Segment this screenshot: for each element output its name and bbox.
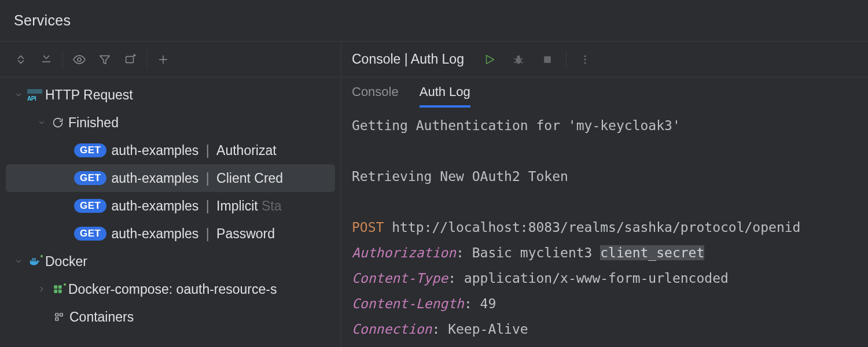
tree-request-item[interactable]: GET auth-examples | Password [0,220,341,248]
svg-point-23 [584,55,586,57]
log-header-name: Content-Type [352,271,448,286]
toolbar-separator [566,51,567,68]
pipe-separator: | [202,143,213,158]
log-header-value: : Basic myclient3 [456,245,600,260]
tree-node-docker[interactable]: Docker [0,248,341,275]
auth-log-output[interactable]: Getting Authentication for 'my-keycloak3… [341,108,868,347]
svg-rect-12 [56,313,58,316]
log-method: POST [352,220,384,235]
more-vertical-icon [579,54,591,65]
node-label: HTTP Request [45,87,133,103]
request-suffix-dim-label: Sta [258,198,282,213]
eye-icon [72,53,86,67]
log-header-value: : 49 [464,296,496,311]
svg-rect-22 [544,56,551,63]
log-url-b: ocalhost:8083/realms/sashka/protocol/ope… [456,220,800,235]
request-file-label: auth-examples [111,143,198,158]
node-label: Finished [68,115,119,131]
tab-console[interactable]: Console [352,77,399,108]
right-tabs: Console Auth Log [341,77,868,108]
request-file-label: auth-examples [111,171,198,186]
svg-point-24 [584,58,586,60]
log-url-a: http://l [384,215,456,240]
log-header-name: Authorization [352,245,456,260]
request-suffix-label: Password [216,226,275,242]
right-header-title: Console | Auth Log [352,51,464,67]
log-header-name: Connection [352,322,432,337]
chevron-down-icon[interactable] [10,257,27,265]
expand-icon [14,53,27,66]
svg-line-18 [514,58,517,60]
bug-icon [512,53,525,66]
tree-node-containers[interactable]: Containers [0,303,341,331]
svg-line-19 [521,58,523,60]
containers-icon [51,312,67,322]
log-line: Retrieving New OAuth2 Token [352,169,568,184]
request-suffix-label: Authorizat [216,143,277,158]
collapse-all-button[interactable] [34,47,59,72]
svg-marker-2 [100,56,110,64]
open-tab-button[interactable] [117,47,143,72]
http-method-badge: GET [74,171,106,185]
log-header-value: : Keep-Alive [432,322,528,337]
stop-button[interactable] [536,48,559,71]
svg-rect-9 [58,285,62,289]
tree-request-item[interactable]: GET auth-examples | Implicit Sta [0,192,341,220]
docker-compose-icon [50,283,66,295]
log-header-value-selected: client_secret [600,245,704,260]
log-header-name: Content-Length [352,296,464,311]
filter-icon [98,53,111,66]
request-suffix-label: Client Cred [216,171,283,186]
svg-point-17 [517,55,520,58]
svg-rect-10 [54,290,57,293]
log-header-value: : application/x-www-form-urlencoded [448,271,729,286]
pipe-separator: | [202,198,213,214]
svg-rect-14 [56,318,58,321]
right-header: Console | Auth Log [341,42,868,77]
http-method-badge: GET [74,227,106,241]
request-file-label: auth-examples [111,226,198,242]
view-button[interactable] [67,47,92,72]
http-method-badge: GET [74,143,106,157]
play-icon [483,53,496,66]
api-icon [27,89,43,101]
svg-rect-3 [126,56,134,62]
svg-point-1 [78,58,81,61]
tree-node-http-request[interactable]: HTTP Request [0,81,341,109]
panel-title: Services [14,12,71,29]
expand-all-button[interactable] [8,47,34,72]
filter-button[interactable] [92,47,117,72]
request-file-label: auth-examples [111,198,198,214]
node-label: Docker-compose: oauth-resource-s [68,282,277,297]
tree-request-item[interactable]: GET auth-examples | Authorizat [0,136,341,164]
svg-rect-13 [60,313,63,316]
chevron-right-icon[interactable] [34,285,50,293]
docker-icon [27,255,43,268]
debug-button[interactable] [507,48,530,71]
svg-rect-8 [54,285,57,289]
log-line: Getting Authentication for 'my-keycloak3… [352,118,681,133]
chevron-down-icon[interactable] [10,91,27,99]
refresh-icon [50,117,66,128]
more-button[interactable] [573,48,597,71]
pipe-separator: | [202,171,213,186]
tree-node-docker-compose[interactable]: Docker-compose: oauth-resource-s [0,275,341,303]
stop-icon [542,54,553,65]
toolbar-separator [146,51,147,68]
add-button[interactable] [150,47,176,72]
left-panel: HTTP Request Finished GET [0,42,341,347]
node-label: Docker [45,254,87,270]
right-panel: Console | Auth Log [341,42,868,347]
left-toolbar [0,42,341,77]
tree-request-item[interactable]: GET auth-examples | Client Cred [6,164,335,192]
tab-auth-log[interactable]: Auth Log [420,77,470,108]
run-button[interactable] [478,48,501,71]
collapse-icon [40,53,53,66]
toolbar-separator [62,51,63,68]
http-method-badge: GET [74,199,106,213]
chevron-down-icon[interactable] [34,119,50,127]
services-tree[interactable]: HTTP Request Finished GET [0,77,341,347]
request-suffix-label: Implicit [216,198,258,213]
tree-node-finished[interactable]: Finished [0,109,341,136]
svg-line-20 [514,61,517,62]
